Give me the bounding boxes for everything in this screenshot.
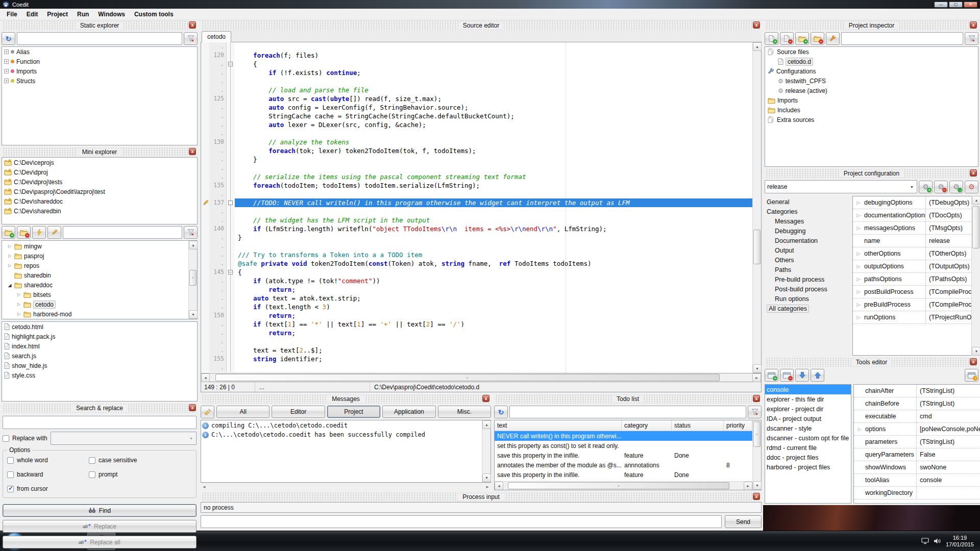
todo-vscrollbar[interactable]: ≡ ▼ — [752, 420, 761, 490]
menu-edit[interactable]: Edit — [22, 9, 43, 19]
replace-all-button[interactable]: ab Replace all — [3, 536, 197, 548]
code-line[interactable]: . if (atok.type != (tok!"comment")) — [201, 277, 752, 285]
property-row[interactable]: ▷pathsOptions(TPathsOpts) — [853, 273, 971, 286]
property-row[interactable]: executablecmd — [854, 410, 980, 423]
code-line[interactable]: . if (text[1] == '*' || text[1] == '+' |… — [201, 320, 752, 329]
property-row[interactable]: toolAliasconsole — [854, 474, 980, 487]
todo-row[interactable]: NEVER call writeln() in this program oth… — [495, 431, 752, 441]
filter-button[interactable] — [965, 32, 978, 45]
code-line[interactable]: 150 return; — [201, 311, 752, 320]
property-value[interactable]: (TCompileProc — [925, 286, 971, 298]
category-paths[interactable]: Paths — [765, 265, 850, 274]
property-row[interactable]: ▷runOptions(TProjectRunO — [853, 311, 971, 324]
todo-row[interactable]: set this property as const() to set it r… — [495, 441, 752, 450]
code-line[interactable]: . return; — [201, 329, 752, 337]
expand-icon[interactable] — [4, 59, 9, 64]
code-line[interactable]: 140 if (LfmString.length) writefln("obje… — [201, 224, 752, 233]
favorite-item[interactable]: C:\Dev\shareddoc — [2, 196, 197, 206]
inspector-item-testwith_cpfs[interactable]: ⚙testwith_CPFS — [765, 76, 978, 86]
category-all-categories[interactable]: All categories — [765, 304, 850, 313]
code-line[interactable]: . return; — [201, 285, 752, 294]
code-line[interactable]: . { — [201, 60, 752, 68]
scroll-left-icon[interactable]: ◄ — [201, 373, 210, 382]
clone-configuration-button[interactable]: ⚙→ — [949, 181, 963, 193]
property-row[interactable]: ▷outputOptions(TOutputOpts) — [853, 260, 971, 273]
code-line[interactable]: 120 foreach(f; files) — [201, 51, 752, 60]
expand-icon[interactable] — [4, 79, 9, 83]
property-value[interactable]: (TProjectRunO — [925, 311, 971, 323]
scroll-thumb[interactable]: ≡ — [508, 482, 729, 489]
maximize-button[interactable]: ▢ — [949, 2, 963, 8]
menu-project[interactable]: Project — [42, 9, 72, 19]
expander-icon[interactable]: ▷ — [7, 244, 12, 248]
code-line[interactable]: . auto config = LexerConfig(f, StringBeh… — [201, 103, 752, 112]
code-line[interactable]: . auto text = atok.text.strip; — [201, 294, 752, 303]
tool-item[interactable]: IDA - project output — [765, 414, 851, 423]
category-others[interactable]: Others — [765, 255, 850, 265]
remove-favorite-button[interactable]: − — [17, 226, 31, 239]
tree-item-structs[interactable]: Structs — [2, 76, 197, 86]
code-line[interactable]: . — [201, 164, 752, 172]
sync-configuration-button[interactable]: ⚙ — [965, 181, 978, 193]
menu-custom-tools[interactable]: Custom tools — [130, 9, 178, 19]
category-general[interactable]: General — [765, 197, 850, 207]
code-line[interactable]: ./// Try to transforms a Token into a a … — [201, 251, 752, 259]
replace-input[interactable] — [51, 432, 197, 445]
file-item[interactable]: style.css — [2, 370, 197, 380]
expander-icon[interactable]: ◢ — [7, 283, 12, 288]
folder-tree-item[interactable]: ▷mingw — [2, 241, 188, 251]
code-line[interactable]: . text = text[2..$]; — [201, 346, 752, 355]
checkbox[interactable] — [89, 471, 95, 478]
filter-button[interactable] — [748, 406, 762, 418]
favorite-item[interactable]: C:\Dev\dproj — [2, 167, 197, 177]
editor-hscrollbar[interactable]: ◄ ≡ ► — [201, 373, 762, 382]
inspector-item-release-active-[interactable]: ⚙release (active) — [765, 86, 978, 95]
property-row[interactable]: chainAfter(TStringList) — [854, 385, 980, 397]
close-icon[interactable] — [753, 21, 760, 29]
add-folder-button[interactable]: + — [795, 32, 809, 45]
expander-icon[interactable]: ▷ — [7, 254, 12, 258]
code-line[interactable]: . — [201, 363, 752, 372]
menu-windows[interactable]: Windows — [93, 9, 130, 19]
fold-icon[interactable] — [228, 270, 233, 274]
process-input-field[interactable] — [201, 515, 722, 528]
expander-icon[interactable]: ▷ — [16, 302, 21, 307]
folder-tree-item[interactable]: sharedbin — [2, 270, 188, 280]
scroll-up-icon[interactable]: ▲ — [189, 241, 198, 249]
checkbox[interactable] — [7, 457, 14, 464]
folder-tree-item[interactable]: ▷cetodo — [2, 299, 188, 309]
code-line[interactable]: . StringCache cache = StringCache(String… — [201, 112, 752, 120]
close-icon[interactable] — [753, 493, 760, 500]
favorite-item[interactable]: C:\Dev\dproj\tests — [2, 177, 197, 187]
code-line[interactable]: 137 //TODO: NEVER call writeln() in this… — [201, 198, 752, 207]
property-row[interactable]: ▷messagesOptions(TMsgOpts) — [853, 222, 971, 235]
expand-icon[interactable] — [4, 49, 9, 54]
todo-col-category[interactable]: category — [622, 420, 672, 431]
property-value[interactable]: (TDebugOpts) — [925, 196, 971, 209]
property-value[interactable]: (TStringList) — [916, 397, 980, 410]
edit-button[interactable] — [47, 226, 61, 239]
expander-icon[interactable]: ▷ — [854, 427, 865, 432]
folder-tree-item[interactable]: ▷repos — [2, 261, 188, 270]
inspector-filter-input[interactable] — [841, 32, 963, 45]
property-value[interactable]: (TOutputOpts) — [925, 260, 971, 272]
fold-icon[interactable] — [228, 201, 233, 205]
scroll-up-icon[interactable]: ▲ — [482, 420, 491, 429]
close-icon[interactable] — [970, 169, 977, 177]
project-settings-button[interactable] — [826, 32, 840, 45]
expander-icon[interactable]: ▷ — [853, 315, 864, 320]
scroll-right-icon[interactable]: ► — [752, 373, 761, 382]
code-line[interactable]: . — [201, 42, 752, 51]
category-pre-build-process[interactable]: Pre-build process — [765, 274, 850, 284]
expander-icon[interactable]: ▷ — [7, 263, 12, 268]
scroll-left-icon[interactable]: ◄ — [495, 482, 503, 490]
code-line[interactable]: . — [201, 77, 752, 86]
property-row[interactable]: queryParametersFalse — [854, 448, 980, 461]
property-value[interactable]: (TMsgOpts) — [925, 222, 971, 234]
scroll-thumb[interactable] — [972, 206, 979, 249]
editor-vscrollbar[interactable]: ▲ ▼ — [752, 42, 761, 373]
property-value[interactable]: (TDocOpts) — [925, 209, 971, 221]
messages-tab-editor[interactable]: Editor — [272, 406, 325, 418]
file-item[interactable]: search.js — [2, 351, 197, 361]
code-line[interactable]: . — [201, 337, 752, 346]
